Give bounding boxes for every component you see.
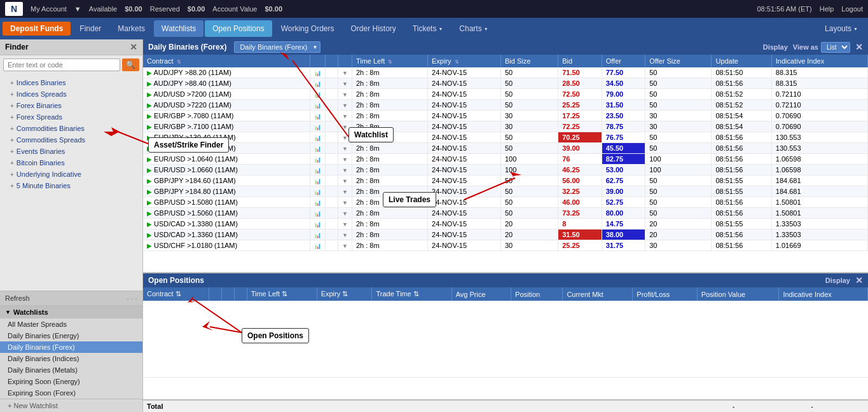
play-button[interactable]: ▶ xyxy=(147,145,152,152)
cell-bid[interactable]: 31.50 xyxy=(558,230,602,240)
cell-bid[interactable]: 71.50 xyxy=(558,67,602,78)
cell-offer[interactable]: 77.50 xyxy=(602,67,645,78)
watchlist-item-expiring-energy[interactable]: Expiring Soon (Energy) xyxy=(0,376,142,387)
cell-offer[interactable]: 80.00 xyxy=(602,208,645,219)
chart-icon[interactable]: 📊 xyxy=(314,124,321,130)
cell-offer[interactable]: 38.00 xyxy=(602,230,645,240)
cell-col3[interactable]: ▼ xyxy=(338,219,352,230)
dropdown-arrow[interactable]: ▼ xyxy=(342,178,348,184)
dropdown-arrow[interactable]: ▼ xyxy=(342,221,348,228)
cell-bid[interactable]: 73.25 xyxy=(558,208,602,219)
cell-offer[interactable]: 52.75 xyxy=(602,197,645,208)
finder-item-underlying-indicative[interactable]: + Underlying Indicative xyxy=(0,168,142,180)
cell-col3[interactable]: ▼ xyxy=(338,111,352,121)
watchlist-item-all-master[interactable]: All Master Spreads xyxy=(0,319,142,330)
cell-offer[interactable]: 62.75 xyxy=(602,175,645,186)
chart-icon[interactable]: 📊 xyxy=(314,135,321,141)
finder-item-indices-binaries[interactable]: + Indices Binaries xyxy=(0,77,142,88)
cell-col3[interactable]: ▼ xyxy=(338,100,352,111)
play-button[interactable]: ▶ xyxy=(147,221,152,228)
dropdown-arrow[interactable]: ▼ xyxy=(342,70,348,76)
th-bid-size[interactable]: Bid Size xyxy=(501,55,558,67)
cell-chart[interactable]: 📊 xyxy=(310,67,325,78)
cell-offer[interactable]: 34.50 xyxy=(602,78,645,89)
cell-offer[interactable]: 53.00 xyxy=(602,165,645,175)
op-th-position-value[interactable]: Position Value xyxy=(697,287,779,301)
watchlist-item-forex[interactable]: Daily Binaries (Forex) xyxy=(0,341,142,353)
cell-chart[interactable]: 📊 xyxy=(310,208,325,219)
th-expiry[interactable]: Expiry ⇅ xyxy=(428,55,501,67)
cell-bid[interactable]: 46.25 xyxy=(558,165,602,175)
cell-col3[interactable]: ▼ xyxy=(338,186,352,197)
chart-icon[interactable]: 📊 xyxy=(314,70,321,76)
cell-offer[interactable]: 39.00 xyxy=(602,186,645,197)
cell-chart[interactable]: 📊 xyxy=(310,100,325,111)
finder-item-events-binaries[interactable]: + Events Binaries xyxy=(0,146,142,157)
cell-chart[interactable]: 📊 xyxy=(310,154,325,165)
cell-bid[interactable]: 70.25 xyxy=(558,132,602,143)
logout-link[interactable]: Logout xyxy=(841,5,863,13)
cell-bid[interactable]: 8 xyxy=(558,219,602,230)
cell-col3[interactable]: ▼ xyxy=(338,165,352,175)
nav-order-history[interactable]: Order History xyxy=(343,20,403,37)
nav-open-positions[interactable]: Open Positions xyxy=(205,20,272,37)
dropdown-arrow[interactable]: ▼ xyxy=(342,124,348,130)
dropdown-arrow[interactable]: ▼ xyxy=(342,189,348,195)
finder-item-forex-binaries[interactable]: + Forex Binaries xyxy=(0,100,142,111)
nav-watchlists[interactable]: Watchlists xyxy=(154,20,203,37)
op-th-current-mkt[interactable]: Current Mkt xyxy=(563,287,633,301)
op-th-contract[interactable]: Contract ⇅ xyxy=(143,287,209,301)
cell-chart[interactable]: 📊 xyxy=(310,175,325,186)
finder-item-indices-spreads[interactable]: + Indices Spreads xyxy=(0,88,142,100)
dropdown-arrow[interactable]: ▼ xyxy=(342,146,348,152)
play-button[interactable]: ▶ xyxy=(147,231,152,238)
chart-icon[interactable]: 📊 xyxy=(314,92,321,98)
dropdown-arrow[interactable]: ▼ xyxy=(342,210,348,217)
cell-offer[interactable]: 76.75 xyxy=(602,132,645,143)
finder-item-forex-spreads[interactable]: + Forex Spreads xyxy=(0,111,142,123)
finder-close-button[interactable]: ✕ xyxy=(130,42,137,52)
play-button[interactable]: ▶ xyxy=(147,156,152,163)
cell-col3[interactable]: ▼ xyxy=(338,197,352,208)
watchlist-item-expiring-forex[interactable]: Expiring Soon (Forex) xyxy=(0,387,142,399)
cell-chart[interactable]: 📊 xyxy=(310,78,325,89)
cell-bid[interactable]: 76 xyxy=(558,154,602,165)
chart-icon[interactable]: 📊 xyxy=(314,200,321,206)
deposit-funds-button[interactable]: Deposit Funds xyxy=(3,22,71,36)
cell-bid[interactable]: 32.25 xyxy=(558,186,602,197)
help-link[interactable]: Help xyxy=(820,5,834,13)
nav-layouts[interactable]: Layouts xyxy=(817,20,865,37)
op-th-indicative-index[interactable]: Indicative Index xyxy=(779,287,868,301)
cell-chart[interactable]: 📊 xyxy=(310,89,325,100)
cell-col3[interactable]: ▼ xyxy=(338,143,352,154)
op-th-expiry[interactable]: Expiry ⇅ xyxy=(317,287,372,301)
watchlist-item-indices[interactable]: Daily Binaries (Indices) xyxy=(0,353,142,364)
th-bid[interactable]: Bid xyxy=(558,55,602,67)
th-time-left[interactable]: Time Left ⇅ xyxy=(352,55,427,67)
display-link[interactable]: Display xyxy=(763,43,788,51)
cell-bid[interactable]: 46.00 xyxy=(558,197,602,208)
my-account-link[interactable]: My Account xyxy=(31,5,67,13)
cell-bid[interactable]: 28.50 xyxy=(558,78,602,89)
cell-bid[interactable]: 17.25 xyxy=(558,111,602,121)
nav-tickets[interactable]: Tickets xyxy=(405,20,451,37)
chart-icon[interactable]: 📊 xyxy=(314,113,321,120)
cell-chart[interactable]: 📊 xyxy=(310,121,325,132)
cell-chart[interactable]: 📊 xyxy=(310,219,325,230)
cell-chart[interactable]: 📊 xyxy=(310,230,325,240)
dropdown-arrow[interactable]: ▼ xyxy=(342,135,348,141)
new-watchlist-button[interactable]: + New Watchlist xyxy=(0,399,142,412)
watchlist-dropdown[interactable]: Daily Binaries (Forex) xyxy=(234,41,320,53)
cell-bid[interactable]: 25.25 xyxy=(558,240,602,251)
dropdown-arrow[interactable]: ▼ xyxy=(342,92,348,98)
cell-chart[interactable]: 📊 xyxy=(310,165,325,175)
th-offer-size[interactable]: Offer Size xyxy=(645,55,712,67)
cell-col3[interactable]: ▼ xyxy=(338,208,352,219)
cell-chart[interactable]: 📊 xyxy=(310,132,325,143)
dropdown-arrow[interactable]: ▼ xyxy=(342,156,348,163)
cell-chart[interactable]: 📊 xyxy=(310,240,325,251)
play-button[interactable]: ▶ xyxy=(147,188,152,195)
cell-col3[interactable]: ▼ xyxy=(338,132,352,143)
refresh-button[interactable]: Refresh xyxy=(5,294,30,302)
cell-col3[interactable]: ▼ xyxy=(338,230,352,240)
